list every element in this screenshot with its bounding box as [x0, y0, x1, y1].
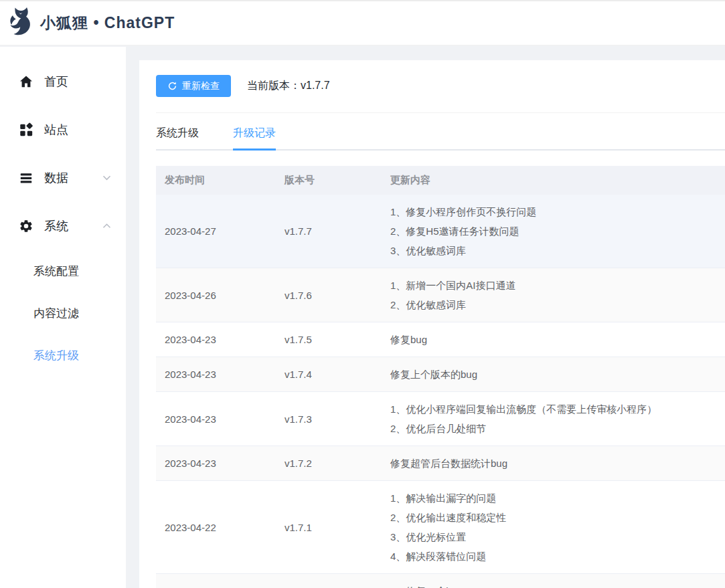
update-content-line: 2、优化输出速度和稳定性: [390, 508, 725, 527]
update-content-cell: 修复超管后台数据统计bug: [390, 446, 725, 480]
sidebar-item-label: 首页: [44, 74, 68, 90]
update-content-line: 1、新增一个国内AI接口通道: [390, 276, 725, 295]
tab-bar: 系统升级 升级记录: [156, 119, 725, 151]
update-content-cell: 1、优化小程序端回复输出流畅度（不需要上传审核小程序）2、优化后台几处细节: [390, 392, 725, 446]
tab-upgrade-records[interactable]: 升级记录: [233, 119, 276, 149]
tab-system-upgrade[interactable]: 系统升级: [156, 119, 199, 149]
sidebar-subitem-content-filter[interactable]: 内容过滤: [0, 292, 126, 334]
content-card: 重新检查 当前版本：v1.7.7 系统升级 升级记录 发布时间 版本号 更新内容…: [139, 60, 725, 588]
chevron-down-icon: [102, 175, 111, 181]
sidebar-item-label: 数据: [44, 170, 68, 186]
recheck-button-label: 重新检查: [182, 80, 220, 92]
release-date-cell: 2023-04-23: [156, 458, 283, 469]
update-content-cell: 修复bug: [390, 322, 725, 357]
sidebar-item-data[interactable]: 数据: [0, 154, 126, 202]
sidebar-item-system[interactable]: 系统: [0, 202, 126, 250]
update-content-line: 1、解决输出漏字的问题: [390, 488, 725, 508]
sidebar-item-label: 站点: [44, 122, 68, 138]
table-row: 2023-04-23 v1.7.4 修复上个版本的bug: [156, 357, 725, 392]
version-cell: v1.7.7: [283, 225, 390, 237]
update-content-line: 1、优化小程序端回复输出流畅度（不需要上传审核小程序）: [390, 399, 725, 419]
update-content-cell: 1、修复小程序创作页不换行问题2、修复H5邀请任务计数问题3、优化敏感词库: [390, 195, 725, 268]
column-header-release-time: 发布时间: [156, 174, 283, 187]
version-cell: v1.7.1: [283, 522, 390, 533]
version-cell: v1.7.5: [283, 334, 390, 345]
current-version-label: 当前版本：: [247, 80, 301, 91]
current-version: 当前版本：v1.7.7: [247, 79, 330, 93]
app-title: 小狐狸 • ChatGPT: [40, 13, 175, 33]
release-date-cell: 2023-04-23: [156, 413, 283, 425]
sidebar: 首页 站点 数据 系统 系统配置 内容过滤: [0, 47, 126, 588]
update-content-cell: 1、修复一个bug: [390, 574, 725, 588]
release-date-cell: 2023-04-22: [156, 522, 283, 533]
update-content-line: 3、优化光标位置: [390, 527, 725, 547]
list-icon: [19, 171, 33, 185]
toolbar: 重新检查 当前版本：v1.7.7: [156, 75, 725, 97]
home-icon: [19, 74, 33, 89]
sidebar-item-sites[interactable]: 站点: [0, 106, 126, 154]
update-content-line: 1、修复一个bug: [390, 581, 725, 588]
release-date-cell: 2023-04-23: [156, 369, 283, 380]
sidebar-subitem-label: 内容过滤: [33, 306, 79, 321]
column-header-update-content: 更新内容: [390, 174, 725, 187]
gear-icon: [19, 219, 33, 233]
top-bar: 小狐狸 • ChatGPT: [0, 0, 725, 45]
table-row: 2023-04-26 v1.7.6 1、新增一个国内AI接口通道2、优化敏感词库: [156, 268, 725, 322]
update-content-cell: 1、解决输出漏字的问题2、优化输出速度和稳定性3、优化光标位置4、解决段落错位问…: [390, 481, 725, 573]
app-logo[interactable]: 小狐狸 • ChatGPT: [7, 7, 175, 40]
fox-logo-icon: [7, 7, 35, 40]
table-row: 2023-04-23 v1.7.2 修复超管后台数据统计bug: [156, 446, 725, 481]
update-content-line: 2、优化后台几处细节: [390, 419, 725, 438]
update-content-line: 修复bug: [390, 330, 725, 349]
sidebar-item-home[interactable]: 首页: [0, 58, 126, 106]
update-content-line: 2、修复H5邀请任务计数问题: [390, 221, 725, 241]
table-row: 2023-04-22 v1.7.1 1、解决输出漏字的问题2、优化输出速度和稳定…: [156, 481, 725, 574]
grid-icon: [19, 122, 33, 137]
table-row: 2023-04-20 v1.7.0 1、修复一个bug: [156, 574, 725, 588]
update-content-line: 1、修复小程序创作页不换行问题: [390, 202, 725, 221]
release-date-cell: 2023-04-20: [156, 585, 283, 588]
sidebar-item-label: 系统: [44, 218, 68, 234]
sidebar-subitem-label: 系统配置: [33, 264, 79, 279]
main-area: 重新检查 当前版本：v1.7.7 系统升级 升级记录 发布时间 版本号 更新内容…: [126, 47, 725, 588]
table-row: 2023-04-27 v1.7.7 1、修复小程序创作页不换行问题2、修复H5邀…: [156, 195, 725, 268]
update-content-line: 修复超管后台数据统计bug: [390, 454, 725, 473]
current-version-value: v1.7.7: [301, 80, 330, 91]
version-cell: v1.7.6: [283, 290, 390, 301]
update-content-cell: 修复上个版本的bug: [390, 357, 725, 391]
table-row: 2023-04-23 v1.7.5 修复bug: [156, 322, 725, 357]
release-date-cell: 2023-04-23: [156, 334, 283, 345]
table-header-row: 发布时间 版本号 更新内容: [156, 166, 725, 195]
toolbar-divider: [156, 112, 725, 113]
version-cell: v1.7.4: [283, 369, 390, 380]
update-content-cell: 1、新增一个国内AI接口通道2、优化敏感词库: [390, 268, 725, 322]
sidebar-subitem-system-upgrade[interactable]: 系统升级: [0, 334, 126, 377]
update-content-line: 4、解决段落错位问题: [390, 547, 725, 566]
column-header-version: 版本号: [283, 174, 390, 187]
table-body: 2023-04-27 v1.7.7 1、修复小程序创作页不换行问题2、修复H5邀…: [156, 195, 725, 588]
version-cell: v1.7.0: [283, 585, 390, 588]
recheck-button[interactable]: 重新检查: [156, 75, 231, 97]
version-cell: v1.7.2: [283, 458, 390, 469]
update-content-line: 修复上个版本的bug: [390, 365, 725, 384]
update-content-line: 2、优化敏感词库: [390, 295, 725, 314]
update-content-line: 3、优化敏感词库: [390, 241, 725, 260]
table-row: 2023-04-23 v1.7.3 1、优化小程序端回复输出流畅度（不需要上传审…: [156, 392, 725, 446]
sidebar-subitem-system-config[interactable]: 系统配置: [0, 250, 126, 292]
upgrade-records-table: 发布时间 版本号 更新内容 2023-04-27 v1.7.7 1、修复小程序创…: [156, 166, 725, 588]
version-cell: v1.7.3: [283, 413, 390, 425]
release-date-cell: 2023-04-27: [156, 225, 283, 237]
chevron-up-icon: [102, 223, 111, 229]
release-date-cell: 2023-04-26: [156, 290, 283, 301]
refresh-icon: [167, 81, 177, 91]
sidebar-subitem-label: 系统升级: [33, 348, 79, 363]
